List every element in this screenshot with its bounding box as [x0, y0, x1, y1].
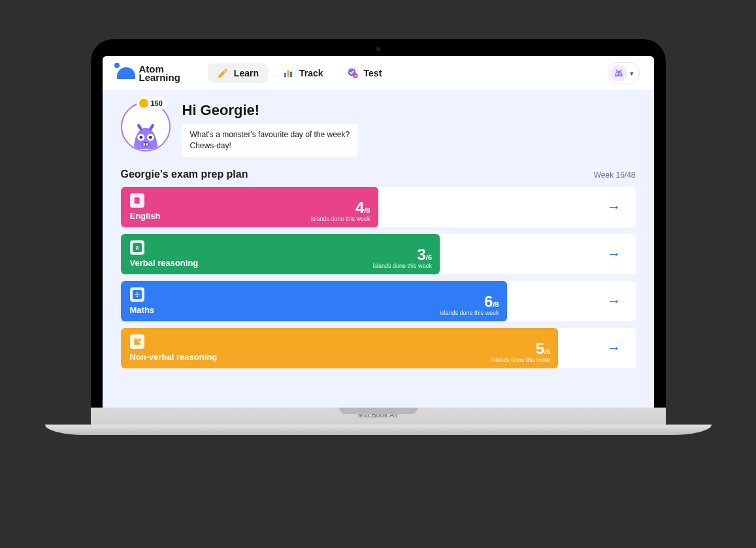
progress-done: 5 — [536, 340, 544, 357]
logo-mark-icon — [117, 67, 135, 79]
subject-icon — [130, 287, 144, 302]
progress-total: /6 — [426, 253, 432, 261]
progress-total: /8 — [364, 206, 370, 214]
profile-menu[interactable]: ▾ — [608, 62, 640, 84]
subject-card[interactable]: Maths6/8islands done this week→ — [121, 281, 636, 321]
svg-point-12 — [139, 136, 142, 139]
subject-progress-fill: aVerbal reasoning3/6islands done this we… — [121, 234, 440, 274]
progress-caption: islands done this week — [440, 310, 499, 316]
joke-line-2: Chews-day! — [190, 140, 350, 152]
subject-arrow-zone: → — [507, 281, 636, 321]
arrow-right-icon: → — [607, 340, 621, 357]
subject-progress: 3/6islands done this week — [372, 247, 432, 269]
app-screen: Atom Learning Learn — [103, 56, 654, 408]
subject-arrow-zone: → — [558, 328, 635, 368]
progress-done: 6 — [484, 293, 493, 310]
laptop-foot — [45, 425, 712, 435]
joke-line-1: What's a monster's favourite day of the … — [190, 129, 350, 140]
subject-icon: a — [130, 240, 144, 255]
plan-header: Georgie's exam prep plan Week 16/48 — [121, 169, 636, 180]
laptop-frame: Atom Learning Learn — [91, 39, 666, 427]
svg-text:✕: ✕ — [353, 74, 356, 78]
nav-test-label: Test — [364, 68, 382, 78]
check-badge-icon: ✕ — [347, 67, 359, 79]
subject-progress: 6/8islands done this week — [440, 294, 499, 316]
avatar-icon — [610, 65, 627, 82]
hero-text: Hi Georgie! What's a monster's favourite… — [182, 102, 358, 157]
progress-caption: islands done this week — [372, 263, 432, 269]
avatar-wrap: 150 — [121, 102, 171, 152]
plan-title: Georgie's exam prep plan — [121, 169, 248, 180]
progress-done: 4 — [355, 199, 364, 216]
arrow-right-icon: → — [607, 199, 621, 216]
subject-icon — [130, 334, 144, 349]
svg-rect-21 — [135, 294, 139, 295]
arrow-right-icon: → — [607, 246, 621, 263]
nav-learn-label: Learn — [234, 68, 259, 78]
subject-card[interactable]: Non-verbal reasoning5/6islands done this… — [121, 328, 636, 368]
svg-rect-15 — [143, 143, 145, 146]
monster-icon — [128, 115, 163, 150]
speech-bubble: What's a monster's favourite day of the … — [182, 124, 358, 157]
svg-point-22 — [136, 295, 137, 297]
svg-point-20 — [136, 292, 137, 293]
week-indicator: Week 16/48 — [594, 170, 636, 180]
svg-point-8 — [616, 73, 617, 74]
main-nav: Learn Track ✕ Test — [208, 63, 391, 83]
progress-total: /8 — [493, 300, 499, 308]
svg-rect-1 — [287, 71, 289, 78]
laptop-base: MacBook Air — [91, 408, 666, 427]
svg-rect-0 — [284, 73, 286, 77]
subject-icon — [130, 193, 144, 208]
bar-chart-icon — [282, 67, 294, 79]
subject-progress: 4/8islands done this week — [311, 200, 370, 222]
subject-arrow-zone: → — [440, 234, 635, 274]
logo-text: Atom Learning — [139, 65, 180, 82]
svg-text:a: a — [135, 245, 139, 251]
nav-learn[interactable]: Learn — [208, 63, 268, 83]
svg-rect-2 — [290, 72, 292, 77]
subject-progress-fill: Non-verbal reasoning5/6islands done this… — [121, 328, 559, 368]
svg-rect-16 — [146, 143, 148, 146]
coin-badge[interactable]: 150 — [137, 97, 168, 110]
coin-icon — [139, 99, 148, 108]
subject-card[interactable]: English4/8islands done this week→ — [121, 187, 636, 227]
subject-arrow-zone: → — [378, 187, 636, 227]
svg-point-9 — [619, 73, 620, 74]
nav-track[interactable]: Track — [273, 63, 333, 83]
greeting-title: Hi Georgie! — [182, 102, 358, 119]
subject-cards: English4/8islands done this week→aVerbal… — [121, 187, 636, 368]
arrow-right-icon: → — [607, 293, 621, 310]
svg-point-14 — [142, 142, 149, 146]
top-bar: Atom Learning Learn — [103, 56, 654, 90]
progress-caption: islands done this week — [491, 357, 551, 363]
progress-caption: islands done this week — [311, 216, 370, 222]
pencil-icon — [217, 67, 229, 79]
main-content: 150 — [103, 90, 654, 380]
subject-progress-fill: English4/8islands done this week — [121, 187, 378, 227]
nav-track-label: Track — [299, 68, 323, 78]
progress-done: 3 — [418, 246, 426, 263]
svg-point-13 — [148, 136, 152, 139]
coin-count: 150 — [151, 99, 163, 107]
brand-logo[interactable]: Atom Learning — [117, 65, 180, 82]
subject-progress-fill: Maths6/8islands done this week — [121, 281, 507, 321]
laptop-notch — [339, 408, 418, 414]
subject-card[interactable]: aVerbal reasoning3/6islands done this we… — [121, 234, 636, 274]
greeting-hero: 150 — [121, 102, 636, 157]
brand-line2: Learning — [139, 73, 180, 82]
subject-progress: 5/6islands done this week — [491, 341, 551, 363]
subject-name: Non-verbal reasoning — [130, 352, 550, 362]
progress-total: /6 — [544, 347, 550, 355]
laptop-bezel: Atom Learning Learn — [91, 39, 666, 408]
nav-test[interactable]: ✕ Test — [338, 63, 391, 83]
chevron-down-icon: ▾ — [630, 69, 634, 78]
